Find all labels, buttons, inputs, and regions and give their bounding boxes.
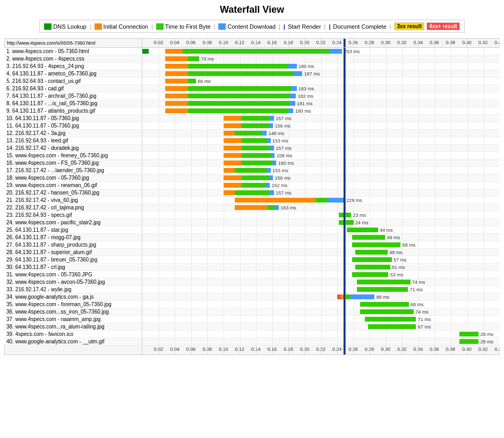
- bar-segment: [188, 108, 289, 113]
- ms-label: 53 ms: [390, 272, 404, 277]
- row-grid-line: [175, 137, 175, 144]
- row-grid-line: [435, 85, 435, 92]
- row-grid-line: [321, 152, 322, 159]
- tick-grid-line: [175, 39, 175, 47]
- tick-grid-line: [240, 346, 240, 355]
- legend-sep2: |: [151, 23, 153, 30]
- row-grid-line: [402, 85, 403, 92]
- row-grid-line: [288, 293, 289, 300]
- row-grid-line: [467, 159, 468, 166]
- row-grid-line: [451, 323, 451, 330]
- row-grid-line: [483, 152, 484, 159]
- row-grid-line: [451, 331, 451, 338]
- row-grid-line: [305, 182, 305, 189]
- bar-segment: [242, 183, 266, 188]
- ms-label: 163 ms: [280, 205, 296, 210]
- row-grid-line: [240, 55, 241, 62]
- row-grid-line: [175, 182, 175, 189]
- row-grid-line: [483, 197, 484, 204]
- row-grid-line: [159, 145, 159, 151]
- row-grid-line: [354, 264, 354, 271]
- row-grid-line: [402, 212, 403, 218]
- row-grid-line: [337, 100, 338, 107]
- row-grid-line: [451, 145, 451, 151]
- row-grid-line: [288, 137, 289, 144]
- bar-segment: [294, 71, 302, 76]
- ms-label: 157 ms: [276, 146, 292, 151]
- row-grid-line: [175, 293, 175, 300]
- row-grid-line: [256, 226, 257, 233]
- row-grid-line: [272, 256, 273, 263]
- row-grid-line: [207, 137, 208, 144]
- row-grid-line: [337, 286, 338, 293]
- row-grid-line: [272, 271, 273, 278]
- row-grid-line: [321, 219, 322, 226]
- row-grid-line: [240, 279, 241, 285]
- row-grid-line: [288, 241, 289, 248]
- row-grid-line: [354, 249, 354, 256]
- tick-grid-line: [386, 346, 386, 355]
- chart-row: 180 ms: [142, 63, 500, 70]
- row-grid-line: [483, 100, 484, 107]
- row-grid-line: [159, 92, 159, 99]
- row-grid-line: [305, 323, 305, 330]
- bar-segment: [269, 175, 274, 180]
- row-grid-line: [191, 159, 192, 166]
- row-grid-line: [435, 92, 435, 99]
- url-cell: 6. 216.92.64.93 - cad.gif: [4, 85, 142, 92]
- row-grid-line: [337, 145, 338, 151]
- row-grid-line: [467, 152, 468, 159]
- row-grid-line: [191, 331, 192, 338]
- row-grid-line: [418, 197, 419, 204]
- row-grid-line: [240, 316, 241, 323]
- tick-grid-line: [304, 346, 305, 355]
- url-cell: 7. 64.130.11.87 - archrail_05-7360.jpg: [4, 92, 142, 100]
- row-grid-line: [240, 226, 241, 233]
- row-grid-line: [321, 212, 322, 218]
- row-grid-line: [321, 107, 322, 114]
- row-grid-line: [288, 301, 289, 308]
- url-header-text: http://www.4specs.com/s/05/05-7360.html: [7, 40, 96, 46]
- row-grid-line: [288, 271, 289, 278]
- row-grid-line: [256, 308, 257, 315]
- row-grid-line: [256, 286, 257, 293]
- row-grid-line: [402, 78, 403, 85]
- tick-grid-line: [370, 39, 370, 47]
- tick-grid-line: [191, 346, 192, 355]
- row-grid-line: [175, 271, 175, 278]
- row-grid-line: [272, 279, 273, 285]
- row-grid-line: [191, 234, 192, 241]
- ms-label: 253 ms: [344, 49, 360, 54]
- row-grid-line: [451, 249, 451, 256]
- row-grid-line: [159, 107, 159, 114]
- row-grid-line: [272, 308, 273, 315]
- row-grid-line: [337, 122, 338, 129]
- tick-grid-line: [256, 346, 257, 355]
- row-grid-line: [207, 323, 208, 330]
- row-grid-line: [207, 256, 208, 263]
- row-grid-line: [159, 264, 159, 271]
- chart-row: 57 ms: [142, 256, 500, 264]
- tick-grid-line: [191, 39, 192, 47]
- row-grid-line: [159, 174, 159, 181]
- row-grid-line: [321, 159, 322, 166]
- bar-segment: [165, 86, 188, 91]
- bar-segment: [351, 294, 375, 299]
- row-grid-line: [305, 271, 305, 278]
- row-grid-line: [305, 249, 305, 256]
- row-grid-line: [207, 338, 208, 345]
- row-grid-line: [207, 212, 208, 218]
- row-grid-line: [418, 219, 419, 226]
- row-grid-line: [272, 234, 273, 241]
- row-grid-line: [370, 152, 370, 159]
- row-grid-line: [256, 241, 257, 248]
- row-grid-line: [256, 55, 257, 62]
- bar-segment: [355, 250, 388, 255]
- row-grid-line: [386, 159, 387, 166]
- ms-label: 160 ms: [278, 161, 294, 166]
- row-grid-line: [386, 85, 387, 92]
- row-grid-line: [402, 182, 403, 189]
- connect-color-swatch: [95, 23, 102, 30]
- chart-row: 74 ms: [142, 279, 500, 286]
- row-grid-line: [305, 308, 305, 315]
